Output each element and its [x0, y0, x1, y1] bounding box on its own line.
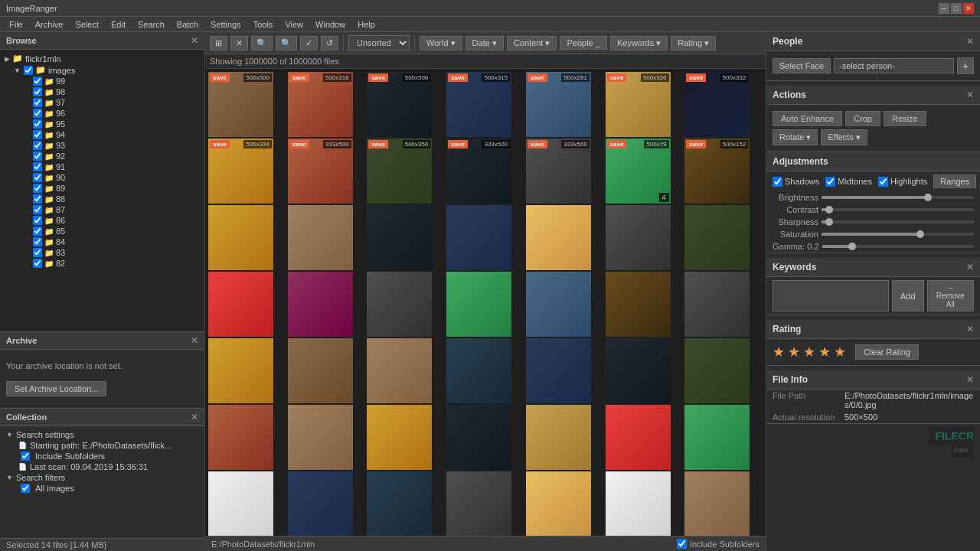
save-btn[interactable]: save: [210, 140, 230, 148]
grid-view-btn[interactable]: ⊞: [210, 36, 227, 51]
images-checkbox[interactable]: [24, 66, 33, 75]
image-cell[interactable]: [526, 338, 591, 403]
collection-close-btn[interactable]: ✕: [191, 412, 198, 422]
tree-num-checkbox-87[interactable]: [33, 205, 42, 214]
save-btn[interactable]: save: [289, 73, 309, 82]
image-cell[interactable]: [288, 471, 353, 536]
image-cell[interactable]: [606, 471, 671, 536]
image-cell[interactable]: [288, 272, 353, 337]
tree-num-checkbox-94[interactable]: [33, 130, 42, 139]
menu-settings[interactable]: Settings: [204, 18, 247, 31]
image-cell[interactable]: save500x315: [446, 72, 511, 137]
tree-root-item[interactable]: ▶ 📁 flickr1mln: [3, 53, 201, 64]
saturation-thumb[interactable]: [916, 230, 924, 238]
menu-archive[interactable]: Archive: [29, 18, 70, 31]
image-cell[interactable]: [526, 405, 591, 470]
menu-file[interactable]: File: [3, 18, 29, 31]
tree-num-checkbox-86[interactable]: [33, 216, 42, 225]
browse-tree[interactable]: ▶ 📁 flickr1mln ▼ 📁 images 📁 99: [0, 50, 204, 331]
menu-view[interactable]: View: [279, 18, 309, 31]
tree-images-item[interactable]: ▼ 📁 images: [3, 64, 201, 76]
save-btn[interactable]: save: [448, 140, 468, 148]
save-btn[interactable]: save: [528, 73, 547, 82]
rating-filter-btn[interactable]: Rating ▾: [671, 36, 716, 51]
image-cell[interactable]: [208, 272, 273, 337]
keywords-remove-all-btn[interactable]: -- Remove All: [927, 280, 974, 311]
browse-close-btn[interactable]: ✕: [191, 35, 198, 46]
image-cell[interactable]: save500x281: [526, 72, 591, 137]
saturation-slider[interactable]: [822, 233, 974, 236]
minimize-btn[interactable]: ─: [939, 3, 949, 14]
tree-num-checkbox-92[interactable]: [33, 152, 42, 161]
save-btn[interactable]: save: [368, 140, 388, 148]
collection-search-settings[interactable]: ▼ Search settings: [6, 429, 198, 440]
midtones-checkbox[interactable]: [825, 177, 835, 187]
coll-all-images-checkbox[interactable]: [21, 484, 30, 493]
image-cell[interactable]: [367, 205, 432, 270]
image-cell[interactable]: [684, 272, 750, 337]
keywords-close-btn[interactable]: ✕: [966, 262, 974, 272]
image-cell[interactable]: [367, 405, 432, 470]
tree-item-82[interactable]: 📁 82: [3, 258, 201, 269]
tree-item-97[interactable]: 📁 97: [3, 97, 201, 108]
tree-num-checkbox-89[interactable]: [33, 184, 42, 193]
tree-num-checkbox-93[interactable]: [33, 141, 42, 150]
menu-help[interactable]: Help: [351, 18, 381, 31]
menu-edit[interactable]: Edit: [105, 18, 132, 31]
brightness-thumb[interactable]: [924, 194, 932, 201]
save-btn[interactable]: save: [686, 140, 706, 148]
menu-batch[interactable]: Batch: [171, 18, 204, 31]
image-cell[interactable]: save500x334: [208, 139, 273, 204]
maximize-btn[interactable]: □: [951, 3, 962, 14]
keywords-add-btn[interactable]: Add: [892, 280, 924, 311]
tree-item-86[interactable]: 📁 86: [3, 215, 201, 226]
brightness-slider[interactable]: [822, 196, 974, 199]
clear-btn[interactable]: ✕: [230, 36, 248, 51]
contrast-thumb[interactable]: [825, 206, 833, 214]
image-cell[interactable]: save333x500: [288, 139, 353, 204]
menu-search[interactable]: Search: [132, 18, 171, 31]
tree-num-checkbox-91[interactable]: [33, 162, 42, 171]
image-cell[interactable]: [684, 338, 750, 403]
effects-btn[interactable]: Effects ▾: [821, 129, 867, 145]
image-cell[interactable]: save333x500: [446, 139, 511, 204]
tree-num-checkbox-88[interactable]: [33, 194, 42, 204]
menu-select[interactable]: Select: [69, 18, 105, 31]
rotate-btn[interactable]: Rotate ▾: [773, 129, 818, 145]
save-btn[interactable]: save: [210, 73, 230, 82]
tree-num-checkbox-84[interactable]: [33, 237, 42, 246]
shadows-checkbox[interactable]: [773, 177, 782, 187]
menu-tools[interactable]: Tools: [247, 18, 279, 31]
image-cell[interactable]: [606, 205, 671, 270]
tree-item-94[interactable]: 📁 94: [3, 129, 201, 140]
image-cell[interactable]: save500x152: [684, 139, 750, 204]
image-cell[interactable]: save500x326: [606, 72, 671, 137]
people-close-btn[interactable]: ✕: [966, 36, 974, 47]
image-cell[interactable]: [684, 471, 750, 536]
refresh-btn[interactable]: ↺: [321, 36, 338, 51]
clear-rating-btn[interactable]: Clear Rating: [855, 344, 919, 360]
sharpness-slider[interactable]: [822, 220, 974, 223]
image-cell[interactable]: [288, 205, 353, 270]
save-btn[interactable]: save: [607, 140, 627, 148]
image-cell[interactable]: [526, 471, 591, 536]
rating-close-btn[interactable]: ✕: [966, 324, 974, 334]
star-5[interactable]: ★: [834, 344, 846, 360]
image-cell[interactable]: [208, 205, 273, 270]
image-cell[interactable]: [367, 471, 432, 536]
image-cell[interactable]: [446, 471, 511, 536]
image-cell[interactable]: [606, 272, 671, 337]
content-filter-btn[interactable]: Content ▾: [507, 36, 557, 51]
gamma-thumb[interactable]: [848, 243, 856, 250]
crop-btn[interactable]: Crop: [845, 111, 880, 126]
tree-item-90[interactable]: 📁 90: [3, 172, 201, 183]
tree-item-91[interactable]: 📁 91: [3, 161, 201, 172]
tree-item-84[interactable]: 📁 84: [3, 236, 201, 247]
tree-num-checkbox-99[interactable]: [33, 77, 42, 86]
actions-close-btn[interactable]: ✕: [966, 90, 974, 100]
gamma-slider[interactable]: [822, 245, 974, 248]
tree-item-89[interactable]: 📁 89: [3, 183, 201, 194]
close-btn[interactable]: ✕: [963, 3, 974, 14]
sharpness-thumb[interactable]: [825, 218, 833, 226]
image-cell[interactable]: save333x500: [526, 139, 591, 204]
